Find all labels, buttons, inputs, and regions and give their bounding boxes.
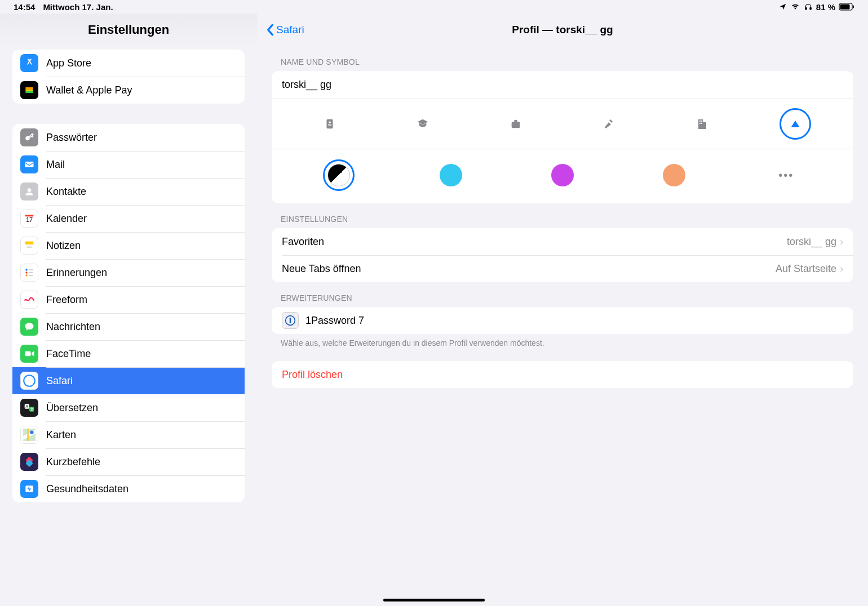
svg-rect-34 (326, 119, 333, 129)
svg-rect-13 (25, 242, 34, 245)
sidebar-item-freeform[interactable]: Freeform (12, 286, 245, 313)
svg-point-35 (329, 121, 331, 123)
svg-rect-1 (810, 7, 811, 10)
sidebar-item-shortcuts[interactable]: Kurzbefehle (12, 448, 245, 475)
favorites-value: torski__ gg (787, 236, 836, 248)
status-date: Mittwoch 17. Jan. (43, 2, 113, 12)
sidebar-item-label: Notizen (46, 240, 81, 252)
svg-rect-3 (840, 5, 850, 10)
battery-percent: 81 % (816, 2, 835, 12)
home-indicator[interactable] (383, 599, 485, 601)
color-picker: ••• (272, 149, 853, 203)
sidebar-item-label: Kalender (46, 213, 87, 225)
sidebar-item-label: Freeform (46, 294, 87, 306)
sidebar-item-appstore[interactable]: App Store (12, 50, 245, 77)
sidebar-item-mail[interactable]: Mail (12, 151, 245, 178)
favorites-label: Favoriten (282, 236, 324, 248)
status-time: 14:54 (14, 2, 35, 12)
sidebar-item-facetime[interactable]: FaceTime (12, 340, 245, 367)
svg-point-10 (28, 188, 32, 192)
calendar-icon: 17 (20, 210, 38, 228)
back-button[interactable]: Safari (266, 24, 304, 36)
chevron-right-icon: › (840, 263, 843, 275)
svg-rect-4 (853, 6, 854, 8)
status-bar: 14:54 Mittwoch 17. Jan. 81 % (0, 0, 868, 14)
headphones-icon (804, 3, 813, 11)
sidebar-item-label: Safari (46, 375, 73, 387)
sidebar-item-reminders[interactable]: Erinnerungen (12, 259, 245, 286)
sidebar-title: Einstellungen (0, 14, 257, 46)
sidebar-item-maps[interactable]: Karten (12, 421, 245, 448)
svg-point-30 (30, 430, 34, 434)
key-icon (20, 128, 38, 146)
svg-rect-9 (25, 162, 34, 167)
chevron-right-icon: › (840, 236, 843, 248)
sidebar-item-health[interactable]: Gesundheitsdaten (12, 475, 245, 502)
section-label-name: NAME UND SYMBOL (281, 57, 868, 66)
translate-icon: A文 (20, 399, 38, 417)
sidebar-item-label: Übersetzen (46, 402, 98, 414)
sidebar-item-label: Kontakte (46, 186, 86, 198)
newtabs-row[interactable]: Neue Tabs öffnen Auf Startseite› (272, 255, 853, 282)
sidebar-item-notes[interactable]: Notizen (12, 232, 245, 259)
mail-icon (20, 155, 38, 173)
chevron-left-icon (266, 24, 274, 36)
sidebar-item-calendar[interactable]: 17 Kalender (12, 205, 245, 232)
svg-point-17 (25, 269, 27, 270)
symbol-graduation[interactable] (407, 108, 439, 140)
freeform-icon (20, 291, 38, 309)
sidebar-item-messages[interactable]: Nachrichten (12, 313, 245, 340)
color-black[interactable] (323, 159, 355, 191)
svg-text:A: A (26, 404, 29, 408)
svg-rect-36 (328, 124, 331, 126)
contacts-icon (20, 182, 38, 200)
favorites-row[interactable]: Favoriten torski__ gg› (272, 228, 853, 255)
color-cyan[interactable] (435, 159, 467, 191)
symbol-briefcase[interactable] (500, 108, 532, 140)
svg-rect-37 (512, 122, 520, 128)
section-label-settings: EINSTELLUNGEN (281, 215, 868, 224)
svg-rect-23 (25, 351, 31, 356)
section-label-extensions: ERWEITERUNGEN (281, 293, 868, 302)
sidebar-item-wallet[interactable]: Wallet & Apple Pay (12, 77, 245, 104)
svg-point-19 (25, 274, 27, 276)
sidebar-item-label: Karten (46, 429, 76, 441)
location-icon (779, 3, 787, 11)
sidebar-item-translate[interactable]: A文 Übersetzen (12, 394, 245, 421)
symbol-triangle[interactable] (780, 108, 811, 140)
color-orange[interactable] (658, 159, 690, 191)
color-more[interactable]: ••• (770, 159, 802, 191)
sidebar-item-label: Wallet & Apple Pay (46, 84, 132, 96)
symbol-building[interactable] (687, 108, 718, 140)
svg-rect-43 (701, 123, 702, 124)
svg-rect-6 (25, 89, 33, 91)
svg-rect-41 (701, 121, 702, 122)
appstore-icon (20, 54, 38, 72)
svg-rect-5 (25, 87, 33, 89)
messages-icon (20, 318, 38, 336)
sidebar-item-label: Gesundheitsdaten (46, 483, 129, 495)
symbol-badge[interactable] (314, 108, 346, 140)
shortcuts-icon (20, 453, 38, 471)
reminders-icon (20, 264, 38, 282)
sidebar-item-passwords[interactable]: Passwörter (12, 124, 245, 151)
svg-text:17: 17 (26, 216, 33, 223)
symbol-hammer[interactable] (594, 108, 625, 140)
sidebar-item-label: Mail (46, 159, 65, 171)
svg-rect-7 (25, 91, 33, 93)
svg-point-25 (24, 376, 34, 385)
sidebar-item-contacts[interactable]: Kontakte (12, 178, 245, 205)
delete-profile-row[interactable]: Profil löschen (272, 361, 853, 388)
extension-label: 1Password 7 (305, 315, 364, 327)
detail-pane: Safari Profil — torski__ gg NAME UND SYM… (257, 14, 868, 606)
sidebar-item-label: FaceTime (46, 348, 91, 360)
status-indicators: 81 % (779, 2, 854, 12)
sidebar-item-safari[interactable]: Safari (12, 367, 245, 394)
profile-name-input[interactable]: torski__ gg (272, 71, 853, 99)
svg-rect-0 (805, 7, 807, 10)
notes-icon (20, 237, 38, 255)
symbol-picker (272, 99, 853, 149)
wallet-icon (20, 81, 38, 99)
extension-row[interactable]: 1Password 7 (272, 307, 853, 334)
color-purple[interactable] (547, 159, 578, 191)
